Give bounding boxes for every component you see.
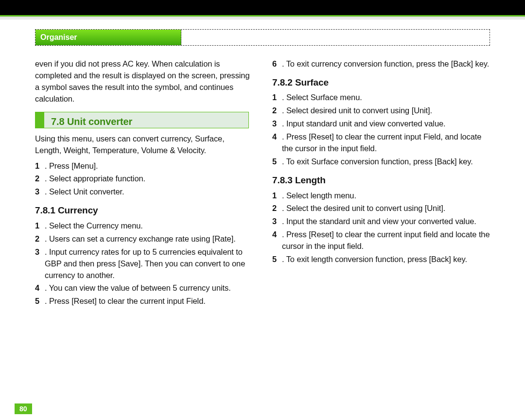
step-number: 2 (272, 203, 282, 214)
step-text: . Press [Reset] to clear the current inp… (45, 296, 253, 307)
banner-accent-block (35, 112, 44, 128)
step-number: 3 (272, 216, 282, 228)
step-number: 3 (35, 186, 45, 198)
list-item: 4. Press [Reset] to clear the current in… (272, 131, 490, 155)
section-banner-unit-converter: 7.8 Unit converter (35, 112, 249, 128)
step-text: . Select length menu. (282, 190, 490, 202)
step-number: 5 (272, 254, 282, 265)
list-item: 1. Select length menu. (272, 190, 490, 202)
list-item: 3. Input standard unit and view converte… (272, 118, 490, 130)
step-text: . Select the desired unit to convert usi… (282, 203, 490, 214)
main-steps-list: 1. Press [Menu]. 2. Select appropriate f… (35, 160, 253, 198)
step-number: 5 (35, 296, 45, 307)
step-text: . Input currency rates for up to 5 curre… (45, 246, 253, 281)
window-top-bar (0, 0, 525, 17)
list-item: 1. Select Surface menu. (272, 92, 490, 104)
manual-page: Organiser even if you did not press AC k… (15, 23, 510, 420)
step-text: . Select Unit converter. (45, 186, 253, 198)
step-number: 1 (35, 160, 45, 172)
left-column: even if you did not press AC key. When c… (35, 58, 253, 312)
section-title: 7.8 Unit converter (44, 112, 248, 128)
step-text: . To exit currency conversion function, … (282, 58, 490, 70)
step-number: 4 (272, 131, 282, 155)
list-item: 2. Select appropriate function. (35, 173, 253, 185)
list-item: 3. Select Unit converter. (35, 186, 253, 198)
section-tab-strip: Organiser (35, 29, 490, 46)
step-number: 2 (35, 173, 45, 185)
list-item: 5. Press [Reset] to clear the current in… (35, 296, 253, 307)
step-number: 1 (272, 92, 282, 104)
step-number: 4 (35, 282, 45, 294)
surface-steps-list: 1. Select Surface menu. 2. Select desire… (272, 92, 490, 168)
step-number: 1 (272, 190, 282, 202)
step-text: . Press [Reset] to clear the current inp… (282, 131, 490, 155)
step-text: . Press [Menu]. (45, 160, 253, 172)
step-number: 1 (35, 220, 45, 232)
subhead-currency: 7.8.1 Currency (35, 204, 253, 217)
currency-continued-list: 6. To exit currency conversion function,… (272, 58, 490, 70)
section-intro: Using this menu, users can convert curre… (35, 133, 253, 157)
list-item: 2. Users can set a currency exchange rat… (35, 233, 253, 245)
list-item: 5. To exit Surface conversion function, … (272, 156, 490, 168)
step-number: 5 (272, 156, 282, 168)
list-item: 1. Press [Menu]. (35, 160, 253, 172)
intro-paragraph: even if you did not press AC key. When c… (35, 58, 253, 105)
length-steps-list: 1. Select length menu. 2. Select the des… (272, 190, 490, 266)
list-item: 6. To exit currency conversion function,… (272, 58, 490, 70)
step-text: . Select the Currency menu. (45, 220, 253, 232)
section-tab-organiser: Organiser (35, 30, 181, 45)
right-column: 6. To exit currency conversion function,… (272, 58, 490, 312)
list-item: 3. Input currency rates for up to 5 curr… (35, 246, 253, 281)
step-text: . You can view the value of between 5 cu… (45, 282, 253, 294)
list-item: 3. Input the standard unit and view your… (272, 216, 490, 228)
step-number: 2 (272, 105, 282, 117)
list-item: 4. Press [Reset] to clear the current in… (272, 229, 490, 252)
list-item: 2. Select the desired unit to convert us… (272, 203, 490, 214)
list-item: 2. Select desired unit to convert using … (272, 105, 490, 117)
step-text: . Input standard unit and view converted… (282, 118, 490, 130)
tab-strip-empty (181, 30, 490, 45)
step-number: 3 (272, 118, 282, 130)
subhead-length: 7.8.3 Length (272, 174, 490, 187)
step-text: . Input the standard unit and view your … (282, 216, 490, 228)
step-text: . Select desired unit to convert using [… (282, 105, 490, 117)
subhead-surface: 7.8.2 Surface (272, 76, 490, 89)
list-item: 4. You can view the value of between 5 c… (35, 282, 253, 294)
currency-steps-list: 1. Select the Currency menu. 2. Users ca… (35, 220, 253, 307)
step-text: . To exit length conversion function, pr… (282, 254, 490, 265)
step-text: . Select appropriate function. (45, 173, 253, 185)
step-text: . Users can set a currency exchange rate… (45, 233, 253, 245)
list-item: 1. Select the Currency menu. (35, 220, 253, 232)
step-number: 4 (272, 229, 282, 252)
step-number: 2 (35, 233, 45, 245)
page-number-badge: 80 (15, 403, 32, 414)
step-text: . Select Surface menu. (282, 92, 490, 104)
step-number: 6 (272, 58, 282, 70)
list-item: 5. To exit length conversion function, p… (272, 254, 490, 265)
step-number: 3 (35, 246, 45, 281)
step-text: . Press [Reset] to clear the current inp… (282, 229, 490, 252)
content-columns: even if you did not press AC key. When c… (35, 58, 490, 312)
step-text: . To exit Surface conversion function, p… (282, 156, 490, 168)
